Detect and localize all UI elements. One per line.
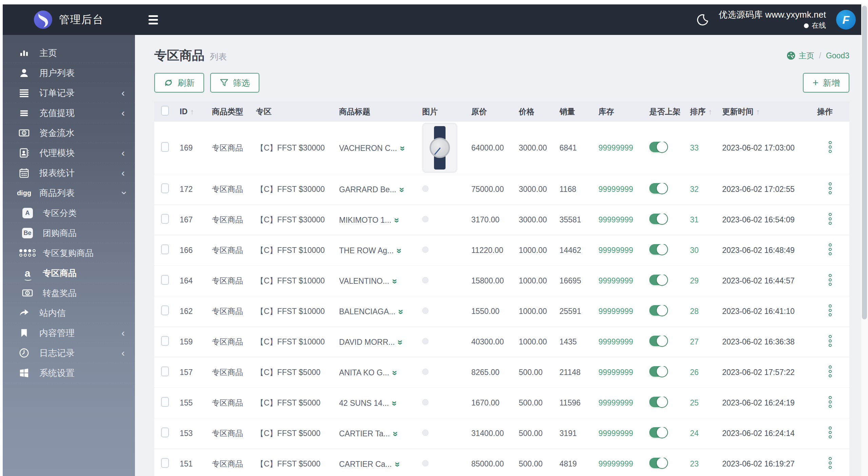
- row-checkbox[interactable]: [161, 366, 169, 376]
- row-actions-menu-icon[interactable]: [829, 212, 832, 226]
- sidebar-item-group-buy-products[interactable]: Be 团购商品: [3, 223, 135, 243]
- add-button[interactable]: + 新增: [803, 73, 849, 93]
- sidebar-item-recharge-withdraw[interactable]: 充值提现 ‹: [3, 103, 135, 123]
- stock-link[interactable]: 99999999: [598, 429, 633, 438]
- on-shelf-toggle[interactable]: [649, 142, 667, 152]
- sidebar-item-fund-flow[interactable]: 资金流水: [3, 123, 135, 143]
- row-checkbox[interactable]: [161, 275, 169, 285]
- sort-link[interactable]: 31: [690, 215, 699, 224]
- cell-price: 500.00: [519, 398, 559, 408]
- stock-link[interactable]: 99999999: [598, 368, 633, 377]
- row-actions-menu-icon[interactable]: [829, 273, 832, 287]
- refresh-button[interactable]: 刷新: [154, 73, 204, 93]
- row-actions-menu-icon[interactable]: [829, 140, 832, 154]
- sidebar-item-zone-category[interactable]: A 专区分类: [3, 203, 135, 223]
- on-shelf-toggle[interactable]: [649, 427, 667, 438]
- stock-link[interactable]: 99999999: [598, 276, 633, 285]
- row-checkbox[interactable]: [161, 305, 169, 315]
- sort-link[interactable]: 24: [690, 429, 699, 438]
- row-actions-menu-icon[interactable]: [829, 181, 832, 196]
- expand-chevron-icon[interactable]: »: [395, 340, 406, 344]
- row-checkbox[interactable]: [161, 183, 169, 193]
- column-header-sort[interactable]: 排序↑: [690, 106, 722, 117]
- avatar[interactable]: F: [836, 10, 856, 29]
- stock-link[interactable]: 99999999: [598, 307, 633, 316]
- sidebar-item-zone-products[interactable]: a 专区商品: [3, 263, 135, 283]
- expand-chevron-icon[interactable]: »: [394, 248, 405, 252]
- scrollbar-thumb[interactable]: [862, 6, 867, 319]
- row-actions-menu-icon[interactable]: [829, 456, 832, 470]
- sidebar-item-user-list[interactable]: 用户列表: [3, 63, 135, 83]
- stock-link[interactable]: 99999999: [598, 459, 633, 469]
- filter-button[interactable]: 筛选: [210, 73, 259, 93]
- breadcrumb: 主页 / Good3: [787, 51, 849, 61]
- row-actions-menu-icon[interactable]: [829, 303, 832, 318]
- stock-link[interactable]: 99999999: [598, 185, 633, 194]
- dark-mode-toggle-icon[interactable]: [696, 14, 709, 26]
- row-actions-menu-icon[interactable]: [829, 425, 832, 440]
- row-actions-menu-icon[interactable]: [829, 364, 832, 379]
- column-header-updated[interactable]: 更新时间↑: [722, 106, 817, 117]
- expand-chevron-icon[interactable]: »: [389, 401, 400, 405]
- sidebar-item-wheel-prizes[interactable]: 转盘奖品: [3, 283, 135, 303]
- on-shelf-toggle[interactable]: [649, 275, 667, 285]
- row-actions-menu-icon[interactable]: [829, 395, 832, 409]
- sidebar-item-agent-module[interactable]: 代理模块 ‹: [3, 143, 135, 163]
- expand-chevron-icon[interactable]: »: [392, 218, 402, 222]
- sort-link[interactable]: 32: [690, 185, 699, 194]
- cell-original-price: 75000.00: [471, 185, 519, 194]
- row-actions-menu-icon[interactable]: [829, 242, 832, 257]
- on-shelf-toggle[interactable]: [649, 336, 667, 346]
- sort-link[interactable]: 25: [690, 398, 699, 408]
- column-header-id[interactable]: ID↑: [180, 107, 212, 116]
- page-scrollbar[interactable]: [861, 4, 868, 476]
- on-shelf-toggle[interactable]: [649, 366, 667, 377]
- on-shelf-toggle[interactable]: [649, 244, 667, 255]
- sidebar-item-product-list[interactable]: digg 商品列表 ‹: [3, 183, 135, 203]
- stock-link[interactable]: 99999999: [598, 215, 633, 224]
- sort-link[interactable]: 29: [690, 276, 699, 285]
- sort-link[interactable]: 26: [690, 368, 699, 377]
- sidebar-item-log-records[interactable]: 日志记录 ‹: [3, 343, 135, 363]
- stock-link[interactable]: 99999999: [598, 337, 633, 346]
- expand-chevron-icon[interactable]: »: [397, 146, 408, 150]
- row-checkbox[interactable]: [161, 397, 169, 407]
- row-checkbox[interactable]: [161, 214, 169, 224]
- sidebar-item-home[interactable]: 主页: [3, 43, 135, 63]
- row-checkbox[interactable]: [161, 428, 169, 437]
- sort-link[interactable]: 28: [690, 307, 699, 316]
- expand-chevron-icon[interactable]: »: [389, 279, 400, 283]
- expand-chevron-icon[interactable]: »: [396, 187, 407, 191]
- stock-link[interactable]: 99999999: [598, 246, 633, 255]
- row-checkbox[interactable]: [161, 142, 169, 152]
- sort-link[interactable]: 23: [690, 459, 699, 469]
- row-actions-menu-icon[interactable]: [829, 334, 832, 348]
- product-photo[interactable]: [422, 123, 457, 173]
- sidebar-item-content-management[interactable]: 内容管理 ‹: [3, 323, 135, 343]
- sidebar-item-order-records[interactable]: 订单记录 ‹: [3, 83, 135, 103]
- expand-chevron-icon[interactable]: »: [396, 309, 406, 313]
- on-shelf-toggle[interactable]: [649, 183, 667, 194]
- sort-link[interactable]: 33: [690, 143, 699, 153]
- sidebar-item-site-message[interactable]: 站内信: [3, 303, 135, 323]
- breadcrumb-home[interactable]: 主页: [799, 51, 814, 61]
- sort-link[interactable]: 30: [690, 246, 699, 255]
- expand-chevron-icon[interactable]: »: [389, 370, 400, 374]
- sidebar-toggle-button[interactable]: [149, 15, 158, 24]
- on-shelf-toggle[interactable]: [649, 305, 667, 316]
- row-checkbox[interactable]: [161, 244, 169, 254]
- sidebar-item-system-settings[interactable]: 系统设置: [3, 363, 135, 383]
- expand-chevron-icon[interactable]: »: [390, 431, 401, 435]
- stock-link[interactable]: 99999999: [598, 143, 633, 153]
- select-all-checkbox[interactable]: [161, 106, 169, 116]
- sort-link[interactable]: 27: [690, 337, 699, 346]
- row-checkbox[interactable]: [161, 336, 169, 346]
- on-shelf-toggle[interactable]: [649, 214, 667, 224]
- row-checkbox[interactable]: [161, 458, 169, 468]
- stock-link[interactable]: 99999999: [598, 398, 633, 408]
- sidebar-item-zone-rebuy-products[interactable]: 专区复购商品: [3, 243, 135, 263]
- sidebar-item-report-stats[interactable]: 报表统计 ‹: [3, 163, 135, 183]
- on-shelf-toggle[interactable]: [649, 458, 667, 468]
- on-shelf-toggle[interactable]: [649, 397, 667, 407]
- expand-chevron-icon[interactable]: »: [392, 462, 402, 466]
